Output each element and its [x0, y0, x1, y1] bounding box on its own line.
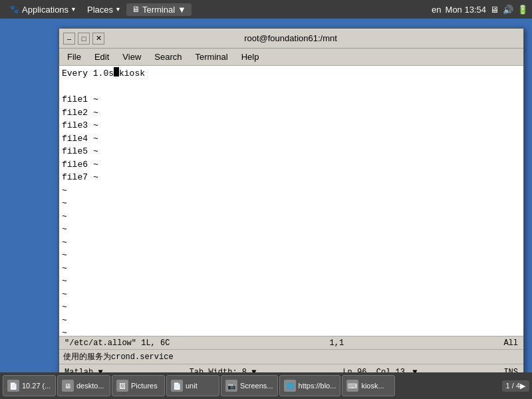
vim-tilde: ~: [93, 132, 98, 146]
system-bar: 🐾 Applications ▼ Places ▼ 🖥 Terminal ▼ e…: [0, 0, 532, 19]
taskbar-label-4: unit: [186, 382, 198, 390]
battery-icon[interactable]: 🔋: [517, 5, 528, 15]
system-bar-left: 🐾 Applications ▼ Places ▼ 🖥 Terminal ▼: [4, 3, 192, 16]
vim-tilde: ~: [93, 119, 98, 132]
vim-first-line-text: Every 1.0s: [62, 67, 114, 80]
vim-tilde-line: ~: [62, 197, 521, 210]
taskbar-item-3[interactable]: 🖼 Pictures: [112, 375, 165, 396]
menu-edit[interactable]: Edit: [89, 51, 114, 63]
terminal-menu[interactable]: 🖥 Terminal ▼: [126, 3, 192, 16]
menu-file[interactable]: File: [62, 51, 86, 63]
vim-tilde-line: ~: [62, 223, 521, 236]
vim-tilde-line: ~: [62, 184, 521, 198]
display-icon[interactable]: 🖥: [490, 5, 499, 15]
taskbar-item-5[interactable]: 📷 Screens...: [221, 375, 278, 396]
vim-tilde-line: ~: [62, 249, 521, 262]
terminal-label: Terminal: [142, 5, 175, 15]
vim-tilde: ~: [93, 93, 98, 106]
taskbar-label-1: 10.27 (...: [22, 382, 51, 390]
places-arrow: ▼: [115, 6, 121, 13]
list-item: file5~: [62, 145, 521, 158]
applications-label: Applications: [22, 5, 68, 15]
taskbar-icon-7: ⌨: [346, 380, 358, 392]
taskbar-label-3: Pictures: [131, 382, 158, 390]
vim-tilde-line: ~: [62, 314, 521, 327]
vim-cursor: [114, 67, 119, 76]
menu-search[interactable]: Search: [149, 51, 187, 63]
vim-first-line: Every 1.0skiosk: [62, 67, 521, 80]
applications-arrow: ▼: [70, 6, 76, 13]
system-bar-right: en Mon 13:54 🖥 🔊 🔋: [432, 5, 528, 15]
menu-help[interactable]: Help: [236, 51, 265, 63]
close-button[interactable]: ✕: [92, 33, 104, 45]
taskbar-label-5: Screens...: [240, 382, 273, 390]
taskbar: 📄 10.27 (... 🖥 deskto... 🖼 Pictures 📄 un…: [0, 372, 532, 399]
vim-tilde: ~: [93, 145, 98, 158]
taskbar-label-6: https://blo...: [299, 382, 336, 390]
terminal-title: root@foundation61:/mnt: [104, 33, 477, 43]
taskbar-item-2[interactable]: 🖥 deskto...: [57, 375, 110, 396]
minimize-button[interactable]: –: [63, 33, 75, 45]
vim-tilde: ~: [93, 106, 98, 120]
places-label: Places: [87, 5, 113, 15]
taskbar-item-6[interactable]: 🌐 https://blo...: [279, 375, 341, 396]
taskbar-icon-3: 🖼: [116, 380, 128, 392]
taskbar-icon-2: 🖥: [62, 380, 74, 392]
vim-tilde-line: ~: [62, 262, 521, 275]
taskbar-right: 1 / 4▶: [502, 380, 529, 392]
terminal-window: – □ ✕ root@foundation61:/mnt File Edit V…: [59, 28, 524, 380]
vim-tilde: ~: [93, 158, 98, 172]
vim-tilde-line: ~: [62, 275, 521, 288]
vim-empty-line: [62, 80, 521, 94]
vim-tilde-line: ~: [62, 236, 521, 249]
menu-terminal[interactable]: Terminal: [190, 51, 233, 63]
taskbar-icon-1: 📄: [7, 380, 19, 392]
terminal-menubar: File Edit View Search Terminal Help: [59, 49, 523, 66]
vim-file-info: "/etc/at.allow" 1L, 6C: [65, 338, 170, 348]
terminal-arrow: ▼: [178, 5, 186, 15]
vim-tilde-line: ~: [62, 301, 521, 314]
vim-statusbar: "/etc/at.allow" 1L, 6C 1,1 All: [59, 336, 523, 349]
taskbar-label-2: deskto...: [76, 382, 104, 390]
page-indicator[interactable]: 1 / 4▶: [502, 380, 529, 392]
list-item: file3~: [62, 119, 521, 132]
taskbar-icon-4: 📄: [171, 380, 183, 392]
vim-all: All: [503, 338, 518, 348]
vim-tilde: ~: [93, 171, 98, 184]
list-item: file7~: [62, 171, 521, 184]
applications-menu[interactable]: 🐾 Applications ▼: [4, 3, 82, 16]
clock: Mon 13:54: [446, 5, 486, 15]
terminal-content[interactable]: Every 1.0skiosk file1~ file2~ file3~ fil…: [59, 66, 523, 336]
list-item: file4~: [62, 132, 521, 146]
terminal-controls: – □ ✕: [63, 33, 104, 45]
volume-icon[interactable]: 🔊: [503, 5, 513, 15]
vim-service-text: 使用的服务为crond.service: [63, 351, 174, 362]
desktop: – □ ✕ root@foundation61:/mnt File Edit V…: [0, 19, 532, 399]
taskbar-label-7: kiosk...: [361, 382, 384, 390]
taskbar-item-1[interactable]: 📄 10.27 (...: [3, 375, 56, 396]
app-icon: 🐾: [9, 5, 19, 14]
list-item: file6~: [62, 158, 521, 172]
taskbar-item-7[interactable]: ⌨ kiosk...: [342, 375, 395, 396]
list-item: file1~: [62, 93, 521, 106]
taskbar-icon-5: 📷: [225, 380, 237, 392]
menu-view[interactable]: View: [117, 51, 146, 63]
terminal-icon: 🖥: [132, 5, 140, 14]
list-item: file2~: [62, 106, 521, 120]
vim-tilde-line: ~: [62, 210, 521, 223]
language-indicator[interactable]: en: [432, 5, 441, 15]
vim-tilde-line: ~: [62, 327, 521, 336]
taskbar-icon-6: 🌐: [284, 380, 296, 392]
vim-position: 1,1: [330, 338, 344, 348]
vim-tilde-line: ~: [62, 288, 521, 301]
places-menu[interactable]: Places ▼: [82, 3, 126, 16]
taskbar-item-4[interactable]: 📄 unit: [166, 375, 219, 396]
maximize-button[interactable]: □: [78, 33, 90, 45]
vim-secondary-status: 使用的服务为crond.service: [59, 349, 523, 364]
terminal-titlebar: – □ ✕ root@foundation61:/mnt: [59, 29, 523, 49]
